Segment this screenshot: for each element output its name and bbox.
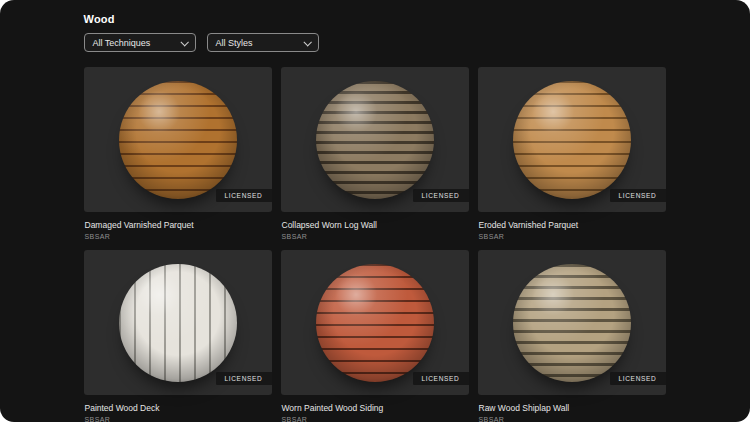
material-format: SBSAR <box>479 233 665 240</box>
licensed-badge: LICENSED <box>216 372 271 385</box>
licensed-badge: LICENSED <box>610 189 665 202</box>
styles-filter-dropdown[interactable]: All Styles <box>207 33 319 52</box>
material-sphere-preview <box>513 81 631 199</box>
material-card[interactable]: LICENSED Raw Wood Shiplap Wall SBSAR <box>478 250 666 422</box>
material-format: SBSAR <box>282 233 468 240</box>
material-sphere-preview <box>316 264 434 382</box>
material-title: Eroded Varnished Parquet <box>479 220 665 230</box>
material-preview-tile: LICENSED <box>281 67 469 212</box>
material-preview-tile: LICENSED <box>478 250 666 395</box>
styles-filter-label: All Styles <box>216 38 253 48</box>
material-format: SBSAR <box>85 233 271 240</box>
material-caption: Worn Painted Wood Siding SBSAR <box>281 395 469 422</box>
material-title: Painted Wood Deck <box>85 403 271 413</box>
material-caption: Raw Wood Shiplap Wall SBSAR <box>478 395 666 422</box>
techniques-filter-label: All Techniques <box>93 38 151 48</box>
page-title: Wood <box>84 13 667 25</box>
material-sphere-preview <box>119 81 237 199</box>
material-title: Collapsed Worn Log Wall <box>282 220 468 230</box>
material-caption: Collapsed Worn Log Wall SBSAR <box>281 212 469 250</box>
material-sphere-preview <box>316 81 434 199</box>
material-card[interactable]: LICENSED Painted Wood Deck SBSAR <box>84 250 272 422</box>
chevron-down-icon <box>180 38 188 46</box>
material-format: SBSAR <box>282 416 468 422</box>
material-sphere-preview <box>119 264 237 382</box>
material-preview-tile: LICENSED <box>84 67 272 212</box>
material-sphere-preview <box>513 264 631 382</box>
material-preview-tile: LICENSED <box>84 250 272 395</box>
assets-browser-panel: Wood All Techniques All Styles LICENSED … <box>0 0 750 422</box>
material-card[interactable]: LICENSED Eroded Varnished Parquet SBSAR <box>478 67 666 250</box>
material-caption: Eroded Varnished Parquet SBSAR <box>478 212 666 250</box>
chevron-down-icon <box>303 38 311 46</box>
material-card[interactable]: LICENSED Damaged Varnished Parquet SBSAR <box>84 67 272 250</box>
material-title: Worn Painted Wood Siding <box>282 403 468 413</box>
material-preview-tile: LICENSED <box>478 67 666 212</box>
material-grid: LICENSED Damaged Varnished Parquet SBSAR… <box>84 67 667 422</box>
content-area: Wood All Techniques All Styles LICENSED … <box>84 0 667 422</box>
material-caption: Painted Wood Deck SBSAR <box>84 395 272 422</box>
material-card[interactable]: LICENSED Collapsed Worn Log Wall SBSAR <box>281 67 469 250</box>
licensed-badge: LICENSED <box>413 372 468 385</box>
material-title: Raw Wood Shiplap Wall <box>479 403 665 413</box>
licensed-badge: LICENSED <box>610 372 665 385</box>
material-caption: Damaged Varnished Parquet SBSAR <box>84 212 272 250</box>
techniques-filter-dropdown[interactable]: All Techniques <box>84 33 196 52</box>
material-title: Damaged Varnished Parquet <box>85 220 271 230</box>
material-preview-tile: LICENSED <box>281 250 469 395</box>
material-format: SBSAR <box>85 416 271 422</box>
licensed-badge: LICENSED <box>413 189 468 202</box>
filter-bar: All Techniques All Styles <box>84 33 667 52</box>
licensed-badge: LICENSED <box>216 189 271 202</box>
material-format: SBSAR <box>479 416 665 422</box>
material-card[interactable]: LICENSED Worn Painted Wood Siding SBSAR <box>281 250 469 422</box>
